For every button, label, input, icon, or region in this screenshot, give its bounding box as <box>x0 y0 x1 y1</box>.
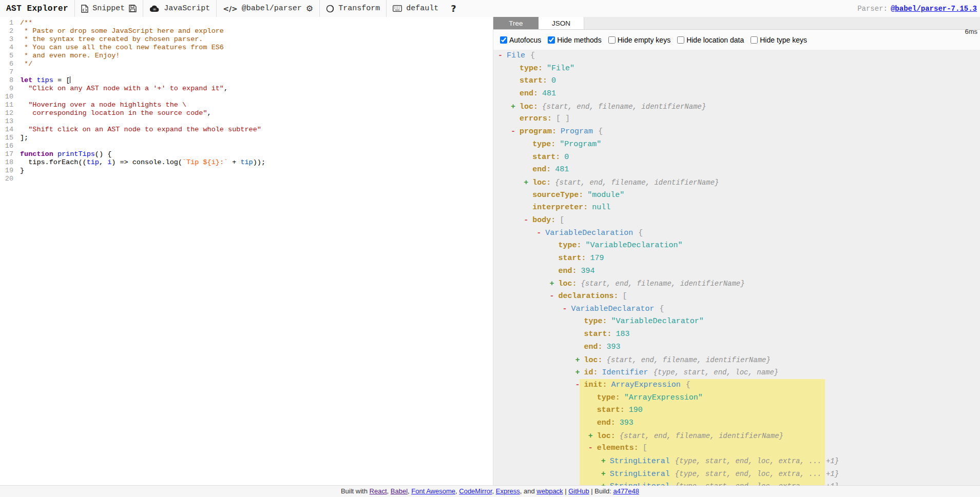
tree-row[interactable]: errors:[ ] <box>493 113 980 126</box>
snippet-menu[interactable]: Snippet <box>75 0 143 17</box>
tree-row[interactable]: -program:Program{ <box>493 126 980 138</box>
language-menu[interactable]: ∞ JavaScript <box>143 0 216 17</box>
minus-expander-icon[interactable]: - <box>588 442 597 455</box>
minus-expander-icon[interactable]: - <box>511 126 520 138</box>
tree-row[interactable]: +loc:{start, end, filename, identifierNa… <box>493 101 980 113</box>
line-number: 20 <box>0 175 13 183</box>
plus-expander-icon[interactable]: + <box>601 481 610 486</box>
footer-link[interactable]: webpack <box>536 487 563 495</box>
footer-link[interactable]: CodeMirror <box>459 487 492 495</box>
tree-row[interactable]: +loc:{start, end, filename, identifierNa… <box>493 277 980 290</box>
parser-menu[interactable]: </> @babel/parser ⚙ <box>217 0 319 17</box>
tree-row[interactable]: start:183 <box>493 328 980 341</box>
plus-expander-icon[interactable]: + <box>588 430 597 443</box>
footer-link[interactable]: Font Awesome <box>411 487 455 495</box>
code-line <box>20 68 265 76</box>
minus-expander-icon[interactable]: - <box>498 50 507 63</box>
tree-row[interactable]: +id:Identifier{type, start, end, loc, na… <box>493 366 980 379</box>
tree-row[interactable]: +loc:{start, end, filename, identifierNa… <box>493 354 980 367</box>
tree-key: interpreter: <box>532 203 588 212</box>
tree-row[interactable]: sourceType:"module" <box>493 189 980 202</box>
tree-row[interactable]: start:0 <box>493 75 980 88</box>
save-icon[interactable] <box>129 5 137 12</box>
code-line <box>20 142 265 150</box>
tree-row[interactable]: +StringLiteral{type, start, end, loc, ex… <box>493 468 980 481</box>
tree-row[interactable]: start:190 <box>493 404 980 417</box>
footer-link[interactable]: Express <box>496 487 520 495</box>
code-line: corresponding location in the source cod… <box>20 109 265 117</box>
footer-link[interactable]: React <box>370 487 387 495</box>
tree-punct: [ <box>643 444 647 452</box>
plus-expander-icon[interactable]: + <box>524 177 532 190</box>
transform-menu[interactable]: Transform <box>320 0 386 17</box>
tree-preview: {type, start, end, loc, extra, ... +1} <box>675 470 839 478</box>
code-editor[interactable]: 1234567891011121314151617181920 /** * Pa… <box>0 17 493 486</box>
gear-icon[interactable]: ⚙ <box>306 5 313 13</box>
minus-expander-icon[interactable]: - <box>575 379 584 392</box>
tree-row[interactable]: -body:[ <box>493 214 980 227</box>
keymap-menu[interactable]: default <box>387 0 445 17</box>
code-token: tip <box>240 158 253 166</box>
tree-row[interactable]: type:"VariableDeclaration" <box>493 240 980 252</box>
help-button[interactable]: ? <box>445 0 462 17</box>
tree-row[interactable]: end:393 <box>493 341 980 354</box>
tree-row[interactable]: -VariableDeclarator{ <box>493 303 980 316</box>
hide-methods-checkbox[interactable] <box>548 36 555 44</box>
line-number: 17 <box>0 150 13 158</box>
tree-row[interactable]: +StringLiteral{type, start, end, loc, ex… <box>493 480 980 486</box>
tree-row[interactable]: +loc:{start, end, filename, identifierNa… <box>493 176 980 189</box>
tab-tree[interactable]: Tree <box>493 17 539 29</box>
plus-expander-icon[interactable]: + <box>601 468 610 481</box>
plus-expander-icon[interactable]: + <box>511 101 520 114</box>
code-token: corresponding location in the source cod… <box>32 109 207 117</box>
tree-row[interactable]: -File{ <box>493 50 980 63</box>
tree-row[interactable]: end:394 <box>493 265 980 278</box>
plus-expander-icon[interactable]: + <box>575 354 584 367</box>
language-label: JavaScript <box>164 4 210 13</box>
footer-link[interactable]: Babel <box>391 487 408 495</box>
plus-expander-icon[interactable]: + <box>575 367 584 380</box>
tab-json[interactable]: JSON <box>539 17 584 29</box>
minus-expander-icon[interactable]: - <box>549 290 558 303</box>
tree-row[interactable]: end:481 <box>493 88 980 101</box>
tree-row[interactable]: end:393 <box>493 417 980 430</box>
minus-expander-icon[interactable]: - <box>524 214 532 227</box>
tree-row[interactable]: +loc:{start, end, filename, identifierNa… <box>493 430 980 443</box>
tree-node-name: Program <box>561 127 593 136</box>
tree-row[interactable]: -VariableDeclaration{ <box>493 227 980 240</box>
code-line <box>20 117 265 126</box>
minus-expander-icon[interactable]: - <box>536 227 545 240</box>
code-token: * the syntax tree created by chosen pars… <box>20 35 203 43</box>
tree-row[interactable]: type:"Program" <box>493 138 980 151</box>
tree-row[interactable]: -elements:[ <box>493 442 980 455</box>
autofocus-checkbox[interactable] <box>500 36 507 44</box>
parser-version-link[interactable]: @babel/parser-7.15.3 <box>891 5 977 13</box>
tree-row[interactable]: +StringLiteral{type, start, end, loc, ex… <box>493 455 980 468</box>
tree-key: end: <box>584 343 603 351</box>
tree-row[interactable]: -init:ArrayExpression{ <box>493 379 980 392</box>
tree-row[interactable]: type:"File" <box>493 63 980 75</box>
footer-text: | <box>563 487 569 495</box>
hide-location-data-checkbox[interactable] <box>677 36 684 44</box>
tree-key: loc: <box>584 356 603 365</box>
footer-link[interactable]: GitHub <box>568 487 589 495</box>
option-label: Autofocus <box>509 36 541 44</box>
tree-key: body: <box>532 216 555 225</box>
code-line <box>20 175 265 183</box>
plus-expander-icon[interactable]: + <box>549 278 558 291</box>
ast-explorer-app: AST Explorer Snippet ∞ JavaScript </> @b… <box>0 0 980 497</box>
minus-expander-icon[interactable]: - <box>563 303 571 316</box>
snippet-label: Snippet <box>92 4 125 13</box>
hide-type-keys-checkbox[interactable] <box>751 36 758 44</box>
tree-row[interactable]: type:"VariableDeclarator" <box>493 315 980 328</box>
plus-expander-icon[interactable]: + <box>601 455 610 468</box>
tree-row[interactable]: end:481 <box>493 164 980 176</box>
tree-row[interactable]: start:179 <box>493 252 980 265</box>
tree-row[interactable]: start:0 <box>493 151 980 164</box>
footer-link[interactable]: a477e48 <box>613 487 639 495</box>
tree-row[interactable]: interpreter:null <box>493 202 980 214</box>
tree-key: start: <box>584 330 612 339</box>
hide-empty-keys-checkbox[interactable] <box>608 36 616 44</box>
tree-row[interactable]: -declarations:[ <box>493 290 980 303</box>
tree-row[interactable]: type:"ArrayExpression" <box>493 392 980 405</box>
